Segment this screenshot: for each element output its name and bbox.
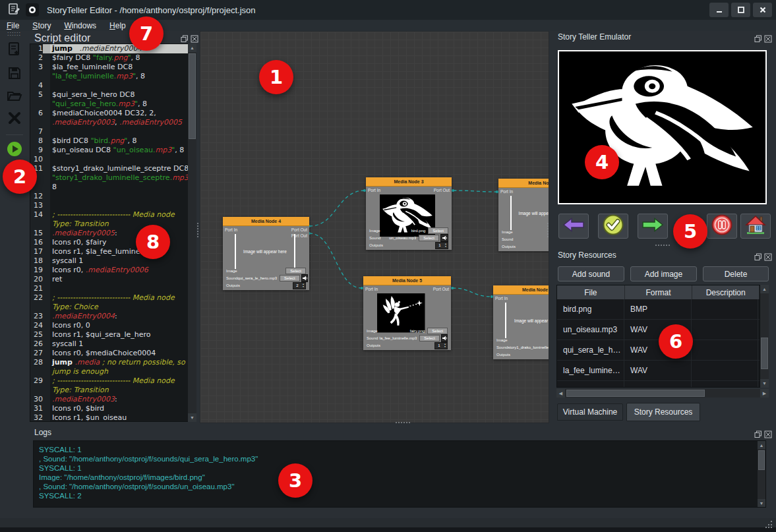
toolbar-drag-handle[interactable]: :::::: — [7, 32, 21, 36]
select-image-button[interactable]: Select — [285, 268, 306, 274]
code-line: 2$fairy DC8 "fairy.png", 8 — [30, 53, 196, 63]
port-out-label[interactable]: Port Out — [291, 227, 307, 232]
menu-help[interactable]: Help — [103, 20, 133, 31]
next-button[interactable] — [638, 214, 668, 239]
cell: WAV — [624, 361, 692, 380]
port-in-label[interactable]: Port In — [368, 188, 380, 192]
editor-margin — [43, 44, 50, 53]
select-sound-button[interactable]: Select — [280, 275, 300, 281]
close-panel-icon[interactable] — [764, 34, 772, 45]
maximize-button[interactable] — [731, 3, 750, 17]
select-image-button[interactable]: Select — [427, 328, 448, 334]
close-button[interactable] — [753, 3, 772, 17]
resize-grip[interactable] — [764, 519, 773, 528]
previous-button[interactable] — [558, 214, 589, 239]
code-line: 24Icons r0, 0 — [30, 321, 196, 330]
scroll-up-arrow[interactable]: ▲ — [188, 44, 196, 52]
code-line: 3$la_fee_luminelle DC8 — [30, 63, 196, 72]
menu-windows[interactable]: Windows — [57, 20, 103, 31]
add-sound-button[interactable]: Add sound — [558, 266, 624, 281]
splitter-handle[interactable] — [655, 245, 670, 246]
table-row[interactable]: fairy.pngBMP — [557, 381, 760, 388]
spin-arrows[interactable]: ▴▾ — [443, 343, 447, 348]
table-vertical-scrollbar[interactable]: ▲ ▼ — [760, 285, 769, 388]
menu-story[interactable]: Story — [26, 20, 57, 31]
titlebar[interactable]: StoryTeller Editor - /home/anthony/ostpr… — [0, 0, 776, 20]
port-out-label[interactable]: Port Out — [434, 188, 450, 192]
outputs-spinbox[interactable]: 2▴▾ — [293, 282, 306, 289]
float-panel-icon[interactable] — [754, 34, 762, 45]
select-sound-button[interactable]: Select — [419, 235, 439, 241]
scroll-up-arrow[interactable]: ▲ — [758, 441, 765, 449]
minimize-button[interactable] — [709, 3, 729, 17]
column-header-file[interactable]: File — [557, 285, 625, 299]
port-out-label[interactable]: Port Out — [433, 287, 449, 291]
code-text: Icons r1, $qui_sera_le_hero — [50, 330, 196, 340]
port-in-label[interactable]: Port In — [495, 296, 508, 301]
delete-button[interactable]: Delete — [703, 266, 769, 281]
add-image-button[interactable]: Add image — [630, 266, 697, 281]
editor-vertical-scrollbar[interactable]: ▲ ▼ — [188, 44, 196, 422]
scroll-down-arrow[interactable]: ▼ — [758, 499, 765, 507]
select-image-button[interactable]: Select — [428, 227, 448, 234]
table-horizontal-scrollbar[interactable]: ◀ ▶ — [556, 389, 769, 398]
home-button[interactable] — [740, 214, 771, 239]
table-row[interactable]: la_fee_lumine…WAV — [557, 361, 760, 381]
port-in-label[interactable]: Port In — [225, 227, 237, 232]
outputs-spinbox[interactable]: 1▴▾ — [435, 242, 448, 249]
logs-vertical-scrollbar[interactable]: ▲ ▼ — [758, 441, 765, 507]
node-graph-canvas[interactable]: Media Node 4Port InPort OutPort OutImage… — [200, 31, 549, 423]
table-row[interactable]: un_oiseau.mp3WAV — [557, 320, 760, 340]
resources-panel-title: Story Resources — [558, 251, 616, 260]
outputs-spinbox[interactable]: 1▴▾ — [434, 342, 448, 349]
media-node[interactable]: Media Node 3Port InPort OutImagebird.png… — [366, 177, 452, 250]
float-panel-icon[interactable] — [754, 429, 762, 441]
splitter-handle[interactable] — [396, 422, 410, 423]
tab-virtual-machine[interactable]: Virtual Machine — [557, 403, 623, 421]
menu-file[interactable]: File — [0, 20, 26, 31]
media-node[interactable]: Media NodePort InPort OutImage will appe… — [498, 179, 549, 251]
run-icon[interactable] — [7, 141, 22, 160]
line-number: 26 — [30, 340, 43, 349]
line-number — [30, 386, 43, 395]
port-in-label[interactable]: Port In — [500, 189, 513, 194]
script-editor[interactable]: 1jump .mediaEntry00042$fairy DC8 "fairy.… — [30, 44, 196, 422]
speaker-icon[interactable] — [440, 234, 448, 242]
open-folder-icon[interactable] — [7, 89, 22, 105]
splitter-handle[interactable] — [547, 223, 549, 237]
media-node[interactable]: Media Node 5Port InPort OutImagefairy.pn… — [363, 276, 451, 350]
close-panel-icon[interactable] — [764, 429, 772, 441]
media-node[interactable]: Media Node 4Port InPort OutPort OutImage… — [223, 217, 309, 290]
scroll-down-arrow[interactable]: ▼ — [188, 413, 196, 422]
close-panel-icon[interactable] — [764, 252, 772, 264]
node-rows: ImageSelectSoundstory1_drako_luminelle_s… — [496, 337, 549, 358]
spin-arrows[interactable]: ▴▾ — [301, 283, 305, 288]
scroll-right-arrow[interactable]: ▶ — [760, 389, 769, 398]
delete-cross-icon[interactable] — [7, 111, 22, 128]
speaker-icon[interactable] — [441, 334, 448, 342]
speaker-icon[interactable] — [301, 274, 308, 282]
scroll-up-arrow[interactable]: ▲ — [760, 285, 769, 293]
save-icon[interactable] — [7, 66, 22, 83]
column-header-description[interactable]: Description — [692, 285, 760, 299]
logs-output[interactable]: SYSCALL: 1, Sound: "/home/anthony/ostpro… — [33, 440, 766, 508]
tab-story-resources[interactable]: Story Resources — [626, 403, 700, 421]
resources-table[interactable]: FileFormatDescriptionbird.pngBMPun_oisea… — [556, 285, 760, 388]
line-number: 9 — [30, 146, 43, 155]
port-in-label[interactable]: Port In — [365, 287, 378, 291]
select-sound-button[interactable]: Select — [419, 335, 440, 341]
spin-arrows[interactable]: ▴▾ — [444, 243, 448, 248]
pause-button[interactable] — [707, 214, 737, 239]
media-node[interactable]: Media Node 6Port InPort OutImage will ap… — [493, 285, 549, 359]
new-document-icon[interactable] — [7, 42, 22, 60]
scroll-down-arrow[interactable]: ▼ — [760, 379, 769, 388]
editor-margin — [43, 303, 50, 312]
column-header-format[interactable]: Format — [625, 285, 693, 299]
validate-button[interactable] — [598, 214, 628, 239]
float-panel-icon[interactable] — [754, 252, 762, 264]
table-row[interactable]: bird.pngBMP — [557, 299, 760, 320]
splitter-handle[interactable] — [197, 223, 198, 237]
node-rows: Imagebird.pngSelectSoundun_oiseau.mp3Sel… — [369, 227, 448, 249]
scroll-left-arrow[interactable]: ◀ — [556, 389, 565, 398]
image-row: ImageSelect — [226, 268, 306, 274]
